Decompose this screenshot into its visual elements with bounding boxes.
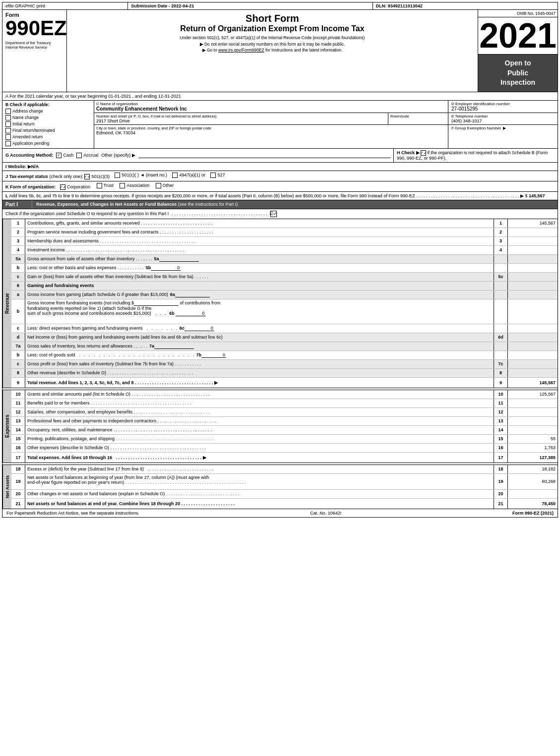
row13-col: 13	[494, 417, 508, 425]
j-501c3-checkbox[interactable]: ✓	[84, 174, 90, 179]
row18-value: 18,182	[508, 465, 558, 473]
row3-value	[508, 237, 558, 245]
row19-value: 60,268	[508, 474, 558, 489]
form-number: 990EZ	[5, 18, 63, 39]
row5c-num: c	[11, 273, 25, 281]
row2-value	[508, 228, 558, 236]
address-label: Number and street (or P. O. box, if mail…	[96, 114, 386, 118]
row12-desc: Salaries, other compensation, and employ…	[25, 408, 494, 416]
row7b-value	[508, 351, 558, 359]
submission-date: Submission Date - 2022-04-21	[128, 2, 373, 9]
phone-label: E Telephone number	[451, 114, 555, 118]
row16-num: 16	[11, 444, 25, 452]
amended-return-row: Amended return	[5, 134, 91, 140]
row13-value	[508, 417, 558, 425]
k-corp-label: Corporation	[67, 184, 90, 189]
efile-label: efile GRAPHIC print	[2, 2, 128, 9]
org-name-label: C Name of organization	[96, 102, 446, 106]
row20-value	[508, 490, 558, 498]
section-l-value: 145,567	[529, 193, 545, 198]
final-return-checkbox[interactable]	[5, 128, 11, 133]
k-corp-checkbox[interactable]: ✓	[60, 184, 65, 190]
tax-year: 2021	[478, 17, 558, 55]
j-527-label: 527	[217, 173, 225, 177]
row21-num: 21	[11, 499, 25, 509]
address-change-row: Address change	[5, 108, 91, 115]
amended-return-checkbox[interactable]	[5, 134, 11, 140]
row7c-num: c	[11, 360, 25, 368]
row6d-num: d	[11, 333, 25, 342]
k-trust-label: Trust	[104, 183, 114, 188]
row3-num: 3	[11, 237, 25, 245]
address-change-checkbox[interactable]	[5, 109, 11, 114]
cash-checkbox[interactable]	[56, 153, 62, 158]
row14-num: 14	[11, 426, 25, 434]
ein-value: 27-0015295	[451, 106, 555, 112]
row14-value	[508, 426, 558, 434]
row6c-col	[494, 324, 508, 333]
k-assoc-checkbox[interactable]	[120, 183, 125, 188]
row8-num: 8	[11, 369, 25, 377]
k-other-checkbox[interactable]	[156, 183, 161, 188]
part1-header: Part I Revenue, Expenses, and Changes in…	[2, 200, 558, 209]
org-name: Community Enhancement Network Inc	[96, 106, 446, 112]
row6-value	[508, 282, 558, 290]
revenue-label: Revenue	[2, 219, 11, 388]
row10-desc: Grants and similar amounts paid (list in…	[25, 390, 494, 399]
k-trust-checkbox[interactable]	[97, 183, 102, 188]
row7a-num: 7a	[11, 342, 25, 350]
final-return-row: Final return/terminated	[5, 127, 91, 134]
j-527-checkbox[interactable]	[210, 173, 216, 178]
row2-num: 2	[11, 228, 25, 236]
accrual-checkbox[interactable]	[76, 153, 82, 158]
row6c-num: c	[11, 324, 25, 333]
row5b-col	[494, 264, 508, 272]
row16-col: 16	[494, 444, 508, 452]
form-link[interactable]: www.irs.gov/Form990EZ	[218, 48, 264, 53]
row18-col: 18	[494, 465, 508, 473]
goto-instructions: ▶ Go to www.irs.gov/Form990EZ for instru…	[72, 48, 473, 53]
j-4947-label: 4947(a)(1) or	[179, 173, 205, 177]
row1-col: 1	[494, 219, 508, 228]
row15-value: 55	[508, 435, 558, 443]
row15-desc: Printing, publications, postage, and shi…	[25, 435, 494, 443]
part1-check-box[interactable]: ☑	[270, 211, 277, 217]
j-501c-checkbox[interactable]	[115, 173, 120, 178]
row5c-col: 5c	[494, 273, 508, 281]
row5a-col	[494, 255, 508, 263]
section-k: K Form of organization: ✓ Corporation Tr…	[2, 181, 558, 192]
cash-label: Cash	[63, 153, 73, 158]
initial-return-label: Initial return	[12, 121, 34, 126]
row3-col: 3	[494, 237, 508, 245]
row9-value: 145,567	[508, 378, 558, 388]
row7b-col	[494, 351, 508, 359]
row20-desc: Other changes in net assets or fund bala…	[25, 490, 494, 498]
short-form-title: Short Form	[72, 13, 473, 24]
row6a-col	[494, 291, 508, 299]
name-change-checkbox[interactable]	[5, 115, 11, 120]
row15-num: 15	[11, 435, 25, 443]
open-to-public: Open toPublicInspection	[478, 55, 558, 92]
expenses-label: Expenses	[2, 390, 11, 463]
h-checkbox[interactable]: ✓	[421, 150, 426, 156]
row5a-num: 5a	[11, 255, 25, 263]
section-i: I Website: ▶N/A	[2, 163, 558, 171]
application-pending-checkbox[interactable]	[5, 141, 11, 146]
footer-form-label: Form 990-EZ (2021)	[512, 511, 554, 516]
row13-desc: Professional fees and other payments to …	[25, 417, 494, 425]
footer-paperwork: For Paperwork Reduction Act Notice, see …	[6, 511, 139, 516]
row7b-desc: Less: cost of goods sold . . . . . . . .…	[25, 351, 494, 359]
row5c-value	[508, 273, 558, 281]
application-pending-row: Application pending	[5, 140, 91, 147]
row15-col: 15	[494, 435, 508, 443]
section-l: L Add lines 5b, 6c, and 7b to line 9 to …	[2, 192, 558, 200]
initial-return-checkbox[interactable]	[5, 121, 11, 127]
final-return-label: Final return/terminated	[12, 128, 55, 133]
row11-desc: Benefits paid to or for members . . . . …	[25, 399, 494, 407]
row5b-desc: Less: cost or other basis and sales expe…	[25, 264, 494, 272]
row6-desc: Gaming and fundraising events	[25, 282, 494, 290]
row17-col: 17	[494, 453, 508, 463]
row10-num: 10	[11, 390, 25, 399]
row21-col: 21	[494, 499, 508, 509]
j-4947-checkbox[interactable]	[172, 173, 178, 178]
